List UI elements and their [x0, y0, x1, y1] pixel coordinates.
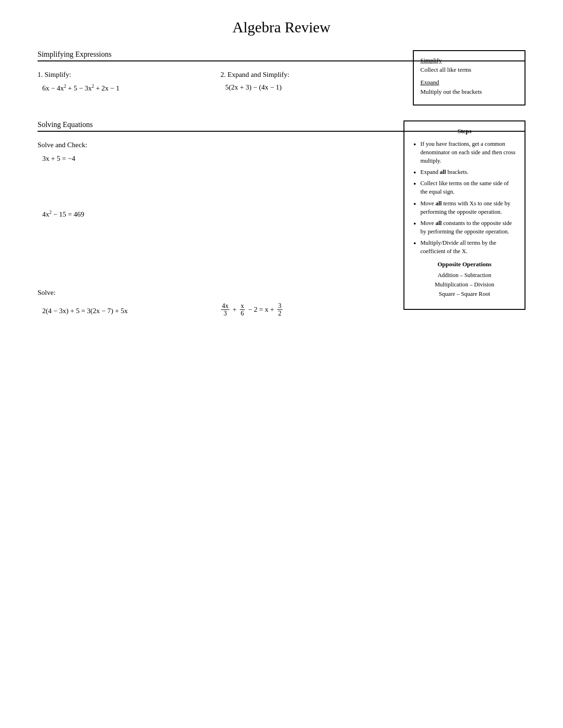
- simplify-term: Simplify: [420, 57, 442, 64]
- opposite-ops-list: Addition – Subtraction Multiplication – …: [412, 271, 517, 298]
- simplify-term-row: Simplify Collect all like terms: [420, 56, 518, 74]
- op-square: Square – Square Root: [412, 290, 517, 298]
- problem-1-col: 1. Simplify: 6x − 4x2 + 5 − 3x2 + 2x − 1: [38, 71, 221, 92]
- problem-2-label: 2. Expand and Simplify:: [221, 71, 403, 79]
- problem-1-label: 1. Simplify:: [38, 71, 221, 79]
- op-addition: Addition – Subtraction: [412, 271, 517, 279]
- steps-title: Steps: [412, 127, 517, 136]
- frac-4x-3-num: 4x: [221, 302, 229, 310]
- frac-x-6-den: 6: [240, 310, 245, 317]
- steps-list: If you have fractions, get a common deno…: [412, 140, 517, 256]
- frac-x-6: x 6: [240, 302, 245, 317]
- minus-2: − 2 = x +: [246, 306, 276, 314]
- step-2: Expand all brackets.: [420, 168, 517, 176]
- frac-4x-3-den: 3: [223, 310, 228, 317]
- problem-2-col: 2. Expand and Simplify: 5(2x + 3) − (4x …: [221, 71, 403, 92]
- frac-4x-3: 4x 3: [221, 302, 229, 317]
- expand-desc: Multiply out the brackets: [420, 88, 482, 95]
- equation-3: 2(4 − 3x) + 5 = 3(2x − 7) + 5x: [42, 307, 216, 315]
- step-5: Move all constants to the opposite side …: [420, 219, 517, 236]
- simplify-desc: Collect all like terms: [420, 66, 472, 73]
- section-solving: Solving Equations Solve and Check: 3x + …: [38, 120, 525, 320]
- opposite-ops-title: Opposite Operations: [412, 260, 517, 269]
- page-title: Algebra Review: [38, 19, 525, 36]
- frac-x-6-num: x: [240, 302, 245, 310]
- op-multiplication: Multiplication – Division: [412, 280, 517, 289]
- step-3: Collect like terms on the same side of t…: [420, 179, 517, 196]
- step-4: Move all terms with Xs to one side by pe…: [420, 199, 517, 216]
- frac-3-2-num: 3: [277, 302, 282, 310]
- expand-term: Expand: [420, 79, 439, 86]
- frac-3-2: 3 2: [277, 302, 282, 317]
- frac-3-2-den: 2: [277, 310, 282, 317]
- equation-3-col: 2(4 − 3x) + 5 = 3(2x − 7) + 5x: [38, 302, 216, 320]
- steps-sidebar: Steps If you have fractions, get a commo…: [403, 120, 525, 310]
- section-simplifying: Simplifying Expressions 1. Simplify: 6x …: [38, 50, 525, 92]
- step-6: Multiply/Divide all terms by the coeffic…: [420, 239, 517, 255]
- problem-1-expression: 6x − 4x2 + 5 − 3x2 + 2x − 1: [42, 83, 221, 92]
- problem-2-expression: 5(2x + 3) − (4x − 1): [225, 83, 403, 91]
- equation-4-col: 4x 3 + x 6 − 2 = x + 3 2: [216, 302, 394, 317]
- plus-sign-1: +: [231, 306, 238, 314]
- simplify-sidebar: Simplify Collect all like terms Expand M…: [413, 50, 525, 105]
- equation-4: 4x 3 + x 6 − 2 = x + 3 2: [221, 302, 394, 317]
- step-1: If you have fractions, get a common deno…: [420, 140, 517, 165]
- expand-term-row: Expand Multiply out the brackets: [420, 78, 518, 96]
